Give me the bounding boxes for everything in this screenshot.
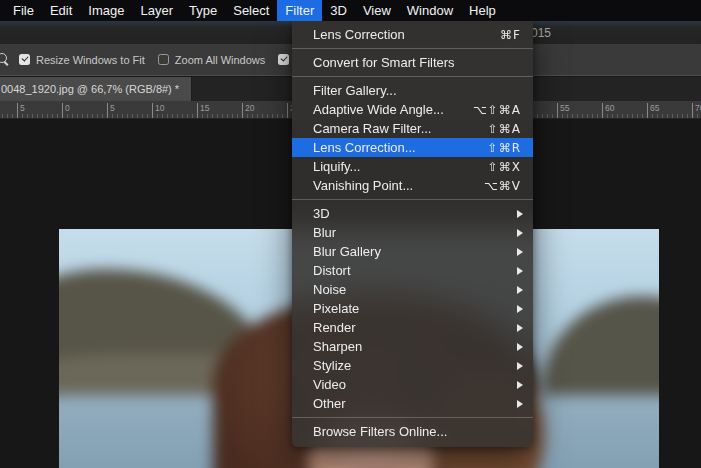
- ruler-tick-label: 10: [152, 103, 164, 118]
- title-bar-text: 015: [531, 24, 551, 42]
- photoshop-window: 015 Resize Windows to FitZoom All Window…: [0, 0, 701, 468]
- menu-bar: FileEditImageLayerTypeSelectFilter3DView…: [0, 0, 701, 21]
- ruler-tick-label: 20: [242, 103, 254, 118]
- submenu-arrow-icon: [517, 381, 523, 389]
- menu-item-shortcut: ⇧⌘X: [488, 160, 521, 174]
- menu-item-lens-correction[interactable]: Lens Correction⌘F: [292, 25, 533, 44]
- menu-item-render[interactable]: Render: [292, 318, 533, 337]
- menu-item-3d[interactable]: 3D: [292, 204, 533, 223]
- submenu-arrow-icon: [517, 229, 523, 237]
- menubar-item-file[interactable]: File: [5, 0, 42, 21]
- menu-item-browse-filters-online[interactable]: Browse Filters Online...: [292, 422, 533, 441]
- menu-item-distort[interactable]: Distort: [292, 261, 533, 280]
- menu-item-shortcut: ⇧⌘R: [488, 141, 521, 155]
- menu-item-shortcut: ⌥⇧⌘A: [473, 103, 521, 117]
- submenu-arrow-icon: [517, 400, 523, 408]
- menubar-item-layer[interactable]: Layer: [133, 0, 182, 21]
- menubar-item-filter[interactable]: Filter: [277, 0, 322, 21]
- filter-menu: Lens Correction⌘FConvert for Smart Filte…: [292, 21, 533, 447]
- menu-item-label: Browse Filters Online...: [313, 424, 521, 439]
- menu-separator: [292, 417, 533, 418]
- menubar-item-type[interactable]: Type: [181, 0, 225, 21]
- menu-item-label: 3D: [313, 206, 517, 221]
- checked-checkbox-icon[interactable]: [278, 54, 289, 65]
- menu-item-convert-for-smart-filters[interactable]: Convert for Smart Filters: [292, 53, 533, 72]
- ruler-tick-label: 5: [17, 103, 25, 118]
- option-zoom-all-windows[interactable]: Zoom All Windows: [158, 54, 265, 66]
- ruler-tick-label: 70: [692, 103, 701, 118]
- menu-separator: [292, 48, 533, 49]
- submenu-arrow-icon: [517, 362, 523, 370]
- menu-item-label: Video: [313, 377, 517, 392]
- ruler-tick-label: 55: [557, 103, 569, 118]
- option-resize-windows-to-fit[interactable]: Resize Windows to Fit: [19, 54, 145, 66]
- ruler-tick-label: 15: [197, 103, 209, 118]
- menu-item-shortcut: ⌥⌘V: [484, 179, 521, 193]
- menu-item-noise[interactable]: Noise: [292, 280, 533, 299]
- menu-item-label: Blur: [313, 225, 517, 240]
- menu-item-label: Adaptive Wide Angle...: [313, 102, 463, 117]
- menu-item-label: Liquify...: [313, 159, 478, 174]
- menu-item-shortcut: ⇧⌘A: [488, 122, 521, 136]
- menu-item-label: Pixelate: [313, 301, 517, 316]
- menu-item-pixelate[interactable]: Pixelate: [292, 299, 533, 318]
- submenu-arrow-icon: [517, 305, 523, 313]
- menu-item-label: Camera Raw Filter...: [313, 121, 478, 136]
- menubar-item-view[interactable]: View: [355, 0, 399, 21]
- menu-item-shortcut: ⌘F: [500, 28, 521, 42]
- menu-item-camera-raw-filter[interactable]: Camera Raw Filter...⇧⌘A: [292, 119, 533, 138]
- option-label: Zoom All Windows: [175, 54, 265, 66]
- menu-item-sharpen[interactable]: Sharpen: [292, 337, 533, 356]
- ruler-tick-label: 5: [107, 103, 115, 118]
- menu-item-other[interactable]: Other: [292, 394, 533, 413]
- menu-item-label: Convert for Smart Filters: [313, 55, 521, 70]
- zoom-tool-icon: [0, 53, 10, 67]
- menubar-item-help[interactable]: Help: [461, 0, 504, 21]
- ruler-tick-label: 60: [602, 103, 614, 118]
- menu-item-blur[interactable]: Blur: [292, 223, 533, 242]
- menu-item-vanishing-point[interactable]: Vanishing Point...⌥⌘V: [292, 176, 533, 195]
- document-tab[interactable]: 0048_1920.jpg @ 66,7% (RGB/8#) *: [0, 77, 192, 101]
- menu-item-label: Distort: [313, 263, 517, 278]
- unchecked-checkbox-icon[interactable]: [158, 54, 169, 65]
- menu-item-label: Lens Correction: [313, 27, 490, 42]
- menu-item-label: Vanishing Point...: [313, 178, 474, 193]
- ruler-tick-label: 65: [647, 103, 659, 118]
- menu-item-filter-gallery[interactable]: Filter Gallery...: [292, 81, 533, 100]
- menu-item-label: Other: [313, 396, 517, 411]
- option-label: Resize Windows to Fit: [36, 54, 145, 66]
- submenu-arrow-icon: [517, 267, 523, 275]
- menubar-item-3d[interactable]: 3D: [322, 0, 355, 21]
- document-tab-title: 0048_1920.jpg @ 66,7% (RGB/8#) *: [1, 83, 179, 95]
- tool-options: Resize Windows to FitZoom All WindowsScr…: [0, 44, 296, 75]
- checked-checkbox-icon[interactable]: [19, 54, 30, 65]
- menu-item-adaptive-wide-angle[interactable]: Adaptive Wide Angle...⌥⇧⌘A: [292, 100, 533, 119]
- menu-separator: [292, 76, 533, 77]
- submenu-arrow-icon: [517, 210, 523, 218]
- ruler-tick-label: 0: [62, 103, 70, 118]
- submenu-arrow-icon: [517, 248, 523, 256]
- menu-item-label: Noise: [313, 282, 517, 297]
- menubar-item-select[interactable]: Select: [225, 0, 277, 21]
- menu-item-video[interactable]: Video: [292, 375, 533, 394]
- menu-item-lens-correction[interactable]: Lens Correction...⇧⌘R: [292, 138, 533, 157]
- menu-item-label: Lens Correction...: [313, 140, 478, 155]
- submenu-arrow-icon: [517, 343, 523, 351]
- menu-item-stylize[interactable]: Stylize: [292, 356, 533, 375]
- menu-item-label: Blur Gallery: [313, 244, 517, 259]
- menu-item-label: Render: [313, 320, 517, 335]
- menu-item-label: Sharpen: [313, 339, 517, 354]
- menubar-item-window[interactable]: Window: [399, 0, 461, 21]
- menu-item-label: Filter Gallery...: [313, 83, 521, 98]
- submenu-arrow-icon: [517, 286, 523, 294]
- menu-separator: [292, 199, 533, 200]
- menubar-item-edit[interactable]: Edit: [42, 0, 80, 21]
- submenu-arrow-icon: [517, 324, 523, 332]
- menu-item-label: Stylize: [313, 358, 517, 373]
- menu-item-blur-gallery[interactable]: Blur Gallery: [292, 242, 533, 261]
- menu-item-liquify[interactable]: Liquify...⇧⌘X: [292, 157, 533, 176]
- menubar-item-image[interactable]: Image: [80, 0, 132, 21]
